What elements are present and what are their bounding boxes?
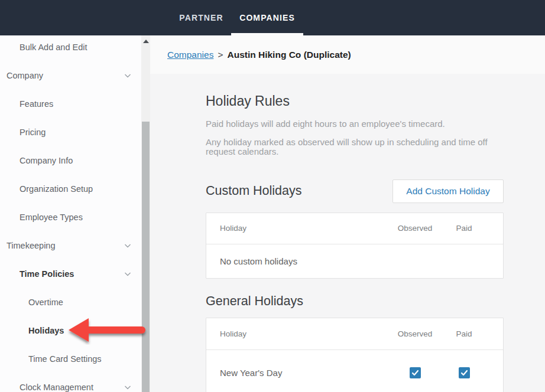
table-header-row: Holiday Observed Paid — [206, 318, 503, 349]
custom-holidays-header-row: Custom Holidays Add Custom Holiday — [206, 179, 504, 203]
sidebar-item-time-policies[interactable]: Time Policies — [0, 260, 141, 288]
main-content: Companies > Austin Hiking Co (Duplicate)… — [150, 35, 545, 392]
checkmark-icon — [460, 369, 468, 377]
paid-checkbox-checked[interactable] — [459, 367, 470, 378]
sidebar-item-label: Holidays — [28, 326, 141, 335]
top-navigation-bar: PARTNER COMPANIES — [0, 0, 545, 35]
sidebar-item-pricing[interactable]: Pricing — [0, 118, 141, 146]
custom-holidays-table: Holiday Observed Paid No custom holidays — [206, 213, 504, 279]
sidebar-item-label: Pricing — [20, 128, 141, 137]
table-header-row: Holiday Observed Paid — [206, 213, 503, 244]
column-header-observed: Observed — [387, 329, 443, 338]
sidebar-navigation: Bulk Add and Edit Company Features Prici… — [0, 35, 141, 392]
sidebar-item-overtime[interactable]: Overtime — [0, 288, 141, 316]
page-title: Holiday Rules — [206, 93, 504, 109]
sidebar-item-bulk-add-and-edit[interactable]: Bulk Add and Edit — [0, 35, 141, 61]
column-header-holiday: Holiday — [206, 224, 387, 233]
sidebar-item-employee-types[interactable]: Employee Types — [0, 203, 141, 231]
breadcrumb-companies-link[interactable]: Companies — [167, 50, 213, 60]
holiday-rules-section: Holiday Rules Paid holidays will add eig… — [206, 74, 504, 392]
sidebar-item-features[interactable]: Features — [0, 90, 141, 118]
empty-state-row: No custom holidays — [206, 244, 503, 278]
sidebar-item-timekeeping[interactable]: Timekeeping — [0, 231, 141, 260]
column-header-observed: Observed — [387, 224, 443, 233]
chevron-down-icon — [124, 270, 132, 278]
column-header-paid: Paid — [443, 224, 485, 233]
sidebar-item-label: Company Info — [20, 156, 141, 165]
column-header-paid: Paid — [443, 329, 485, 338]
observed-checkbox-checked[interactable] — [410, 367, 421, 378]
sidebar-item-label: Time Policies — [20, 269, 124, 279]
tab-partner[interactable]: PARTNER — [171, 0, 231, 35]
sidebar-item-label: Timekeeping — [7, 241, 124, 250]
sidebar-item-label: Company — [7, 71, 124, 80]
general-holidays-title: General Holidays — [206, 294, 504, 309]
paid-cell — [443, 367, 485, 378]
add-custom-holiday-button[interactable]: Add Custom Holiday — [392, 179, 504, 203]
sidebar-item-label: Organization Setup — [20, 184, 141, 194]
sidebar-item-time-card-settings[interactable]: Time Card Settings — [0, 345, 141, 373]
scrollbar-thumb[interactable] — [142, 122, 150, 392]
observed-cell — [387, 367, 443, 378]
tab-companies[interactable]: COMPANIES — [231, 0, 303, 35]
empty-state-text: No custom holidays — [206, 256, 503, 266]
sidebar-item-label: Features — [20, 99, 141, 109]
sidebar-item-label: Overtime — [28, 298, 141, 307]
table-row-new-years-day: New Year's Day — [206, 350, 503, 392]
breadcrumb-separator: > — [218, 50, 223, 60]
sidebar-item-label: Bulk Add and Edit — [20, 43, 141, 52]
general-holidays-table: Holiday Observed Paid New Year's Day — [206, 318, 504, 392]
sidebar-item-label: Employee Types — [20, 213, 141, 222]
breadcrumb: Companies > Austin Hiking Co (Duplicate) — [150, 35, 545, 74]
column-header-holiday: Holiday — [206, 329, 387, 338]
holiday-name: New Year's Day — [206, 368, 387, 378]
checkmark-icon — [411, 369, 419, 377]
sidebar-list: Bulk Add and Edit Company Features Prici… — [0, 35, 141, 392]
sidebar-item-company-info[interactable]: Company Info — [0, 146, 141, 175]
holiday-rules-description-1: Paid holidays will add eight hours to an… — [206, 119, 504, 129]
chevron-down-icon — [124, 241, 132, 250]
sidebar-item-organization-setup[interactable]: Organization Setup — [0, 175, 141, 203]
holiday-rules-description-2: Any holiday marked as observed will show… — [206, 138, 489, 157]
sidebar-item-label: Clock Management — [20, 383, 124, 392]
sidebar-item-clock-management[interactable]: Clock Management — [0, 373, 141, 392]
sidebar-scrollbar[interactable] — [141, 35, 150, 392]
sidebar-item-company[interactable]: Company — [0, 61, 141, 90]
top-nav-tabs: PARTNER COMPANIES — [171, 0, 303, 35]
chevron-down-icon — [124, 383, 132, 391]
breadcrumb-current-page: Austin Hiking Co (Duplicate) — [227, 50, 351, 60]
chevron-down-icon — [124, 71, 132, 80]
sidebar-item-holidays[interactable]: Holidays — [0, 316, 141, 345]
custom-holidays-title: Custom Holidays — [206, 184, 302, 198]
scrollbar-up-arrow-icon[interactable] — [143, 40, 149, 43]
sidebar-item-label: Time Card Settings — [28, 354, 141, 364]
